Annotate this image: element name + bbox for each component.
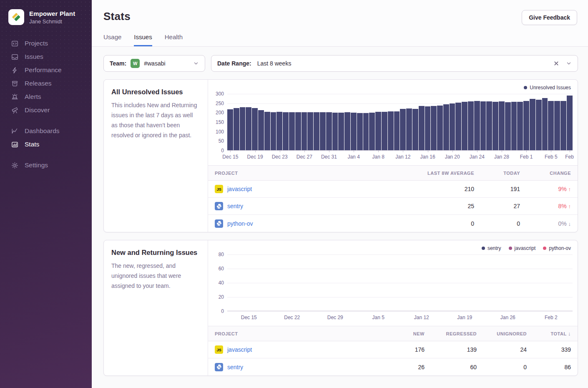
column-header-total[interactable]: TOTAL ↓ — [527, 330, 571, 337]
sidebar-item-label: Stats — [25, 141, 39, 148]
project-link[interactable]: javascript — [227, 186, 252, 192]
give-feedback-button[interactable]: Give Feedback — [522, 10, 577, 25]
bar[interactable] — [493, 102, 498, 151]
x-tick-label: Jan 12 — [395, 154, 410, 160]
bar[interactable] — [344, 112, 350, 151]
releases-icon — [11, 80, 18, 87]
gear-icon — [11, 161, 18, 169]
sidebar-item-settings[interactable]: Settings — [0, 159, 92, 172]
bar[interactable] — [234, 108, 239, 151]
bar[interactable] — [276, 112, 282, 151]
sidebar-item-dashboards[interactable]: Dashboards — [0, 124, 92, 138]
bar[interactable] — [382, 112, 387, 151]
bar[interactable] — [258, 110, 264, 151]
bar[interactable] — [437, 106, 443, 151]
bar[interactable] — [400, 109, 406, 151]
bar[interactable] — [523, 101, 529, 151]
bar[interactable] — [363, 113, 369, 151]
column-header-new[interactable]: NEW — [379, 331, 425, 336]
bar[interactable] — [394, 111, 400, 151]
column-header-regressed[interactable]: REGRESSED — [425, 331, 477, 336]
sidebar-item-projects[interactable]: Projects — [0, 37, 92, 50]
bar[interactable] — [462, 102, 467, 151]
chart-legend: Unresolved Issues — [212, 84, 571, 91]
bar[interactable] — [246, 107, 251, 151]
bar[interactable] — [542, 98, 548, 151]
project-link[interactable]: javascript — [227, 346, 252, 353]
bar[interactable] — [548, 101, 554, 151]
date-range-filter[interactable]: Date Range: Last 8 weeks — [211, 55, 578, 72]
bar[interactable] — [486, 101, 492, 151]
sidebar-item-discover[interactable]: Discover — [0, 103, 92, 117]
bar[interactable] — [530, 99, 535, 151]
bar[interactable] — [375, 112, 381, 151]
bar[interactable] — [431, 106, 437, 151]
bar[interactable] — [480, 101, 486, 151]
chart-plot — [227, 254, 573, 311]
bar[interactable] — [332, 113, 338, 151]
org-switcher[interactable]: Empower Plant Jane Schmidt — [0, 0, 92, 35]
project-link[interactable]: sentry — [227, 203, 243, 209]
tab-issues[interactable]: Issues — [134, 33, 152, 46]
bar[interactable] — [536, 100, 542, 151]
bar[interactable] — [567, 96, 573, 151]
column-header-change[interactable]: CHANGE — [520, 171, 571, 176]
bar[interactable] — [455, 103, 461, 151]
panel-info: All Unresolved Issues This includes New … — [104, 80, 208, 232]
team-filter[interactable]: Team: W #wasabi — [103, 55, 205, 72]
x-tick-label: Dec 29 — [327, 315, 343, 320]
tab-health[interactable]: Health — [165, 33, 183, 46]
bar[interactable] — [468, 101, 474, 151]
bar[interactable] — [271, 112, 276, 151]
bar[interactable] — [425, 106, 431, 151]
project-link[interactable]: python-ov — [227, 220, 253, 227]
bar[interactable] — [289, 112, 295, 151]
bar[interactable] — [338, 113, 344, 151]
trend-arrow-icon: ↓ — [568, 221, 571, 227]
bar[interactable] — [227, 109, 233, 151]
sidebar-item-performance[interactable]: Performance — [0, 63, 92, 77]
bar[interactable] — [474, 101, 480, 151]
bar[interactable] — [517, 102, 523, 151]
bar[interactable] — [264, 112, 270, 151]
column-header-project[interactable]: PROJECT — [215, 171, 382, 176]
bar[interactable] — [505, 102, 511, 151]
bar[interactable] — [443, 104, 449, 151]
sidebar-item-releases[interactable]: Releases — [0, 77, 92, 90]
column-header-unignored[interactable]: UNIGNORED — [477, 331, 527, 336]
bar[interactable] — [419, 106, 425, 151]
bar[interactable] — [369, 113, 375, 151]
bar[interactable] — [314, 112, 319, 151]
column-header-today[interactable]: TODAY — [474, 171, 520, 176]
bar[interactable] — [499, 101, 505, 151]
table-cell: 26 — [379, 364, 425, 370]
bar[interactable] — [320, 112, 326, 151]
tab-usage[interactable]: Usage — [103, 33, 121, 46]
sidebar-item-stats[interactable]: Stats — [0, 138, 92, 151]
bar[interactable] — [357, 113, 363, 151]
project-link[interactable]: sentry — [227, 364, 243, 370]
bar[interactable] — [388, 111, 394, 151]
bar[interactable] — [554, 101, 560, 151]
bar[interactable] — [326, 112, 332, 151]
sidebar-item-alerts[interactable]: Alerts — [0, 90, 92, 103]
bar[interactable] — [307, 112, 313, 151]
column-header-project[interactable]: PROJECT — [215, 331, 379, 336]
bar[interactable] — [252, 108, 258, 151]
bar[interactable] — [412, 109, 418, 151]
x-tick-label: Jan 12 — [414, 315, 429, 320]
bar[interactable] — [560, 101, 566, 151]
bar[interactable] — [406, 108, 412, 151]
bar[interactable] — [450, 103, 455, 151]
column-header-last-8w-average[interactable]: LAST 8W AVERAGE — [382, 171, 474, 176]
clear-filter-icon[interactable] — [553, 60, 559, 66]
bar[interactable] — [351, 113, 357, 151]
x-tick-label: Dec 15 — [222, 154, 238, 160]
x-axis: Dec 15Dec 19Dec 23Dec 27Dec 31Jan 4Jan 8… — [227, 151, 573, 162]
bar[interactable] — [295, 112, 301, 151]
bar[interactable] — [511, 102, 517, 151]
sidebar-item-issues[interactable]: Issues — [0, 50, 92, 63]
bar[interactable] — [302, 112, 307, 151]
bar[interactable] — [283, 112, 289, 151]
bar[interactable] — [240, 107, 246, 151]
